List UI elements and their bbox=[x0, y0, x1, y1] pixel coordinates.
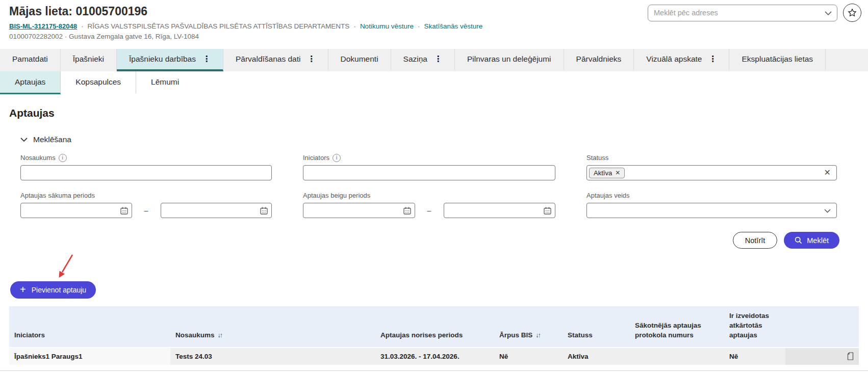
range-dash: – bbox=[415, 206, 444, 215]
address-search bbox=[648, 5, 837, 21]
search-icon bbox=[795, 236, 802, 244]
date-range: – bbox=[303, 203, 555, 218]
add-survey-area: + Pievienot aptauju bbox=[10, 281, 96, 299]
cadastre-address-line: 01000702282002 · Gustava Zemgala gatve 1… bbox=[9, 33, 859, 40]
kebab-menu-icon[interactable]: ⋮ bbox=[708, 55, 717, 63]
case-number-link[interactable]: BIS-ML-312175-82048 bbox=[9, 22, 77, 30]
tab-pilnvaras[interactable]: Pilnvaras un deleģējumi bbox=[455, 49, 564, 71]
section-heading: Aptaujas bbox=[9, 107, 868, 119]
sub-tabbar: Aptaujas Kopsapulces Lēmumi bbox=[0, 71, 868, 94]
info-icon[interactable]: i bbox=[333, 154, 341, 162]
chevron-down-icon[interactable] bbox=[825, 11, 832, 16]
start-period-to bbox=[161, 203, 272, 218]
subtab-lemumi[interactable]: Lēmumi bbox=[136, 71, 194, 94]
filter-status: Statuss Aktīva ✕ ✕ bbox=[586, 154, 837, 180]
tab-sazina[interactable]: Saziņa ⋮ bbox=[391, 49, 455, 71]
status-chip-label: Aktīva bbox=[594, 169, 612, 177]
filter-end-period: Aptaujas beigu periods – bbox=[303, 192, 555, 218]
cell-arpus-bis: Nē bbox=[494, 348, 563, 365]
date-to-input[interactable] bbox=[161, 203, 272, 218]
cell-periods: 31.03.2026. - 17.04.2026. bbox=[375, 348, 494, 365]
tab-label: Vizuālā apskate bbox=[646, 55, 702, 64]
tab-ipasnieku-darbibas[interactable]: Īpašnieku darbības ⋮ bbox=[117, 49, 223, 71]
department-name: RĪGAS VALSTSPILSĒTAS PAŠVALDĪBAS PILSĒTA… bbox=[87, 22, 349, 30]
tab-dokumenti[interactable]: Dokumenti bbox=[328, 49, 391, 71]
chevron-down-icon bbox=[824, 209, 831, 213]
cell-actions bbox=[785, 348, 859, 365]
tab-parvaldisanas-dati[interactable]: Pārvaldīšanas dati ⋮ bbox=[223, 49, 328, 71]
tab-label: Īpašnieki bbox=[73, 55, 104, 64]
clear-button-label: Notīrīt bbox=[745, 236, 765, 245]
sort-icon[interactable]: ↓↑ bbox=[535, 332, 540, 339]
date-range: – bbox=[20, 203, 272, 218]
filter-label-text: Iniciators bbox=[303, 154, 329, 162]
calendar-icon[interactable] bbox=[403, 207, 411, 215]
tab-ekspluatacijas-lietas[interactable]: Ekspluatācijas lietas bbox=[729, 49, 826, 71]
tab-ipasnieki[interactable]: Īpašnieki bbox=[61, 49, 117, 71]
tab-label: Saziņa bbox=[403, 55, 427, 64]
table-header-row: Iniciators Nosaukums↓↑ Aptaujas norises … bbox=[9, 306, 859, 347]
filter-label: Aptaujas beigu periods bbox=[303, 192, 555, 199]
tab-pamatdati[interactable]: Pamatdati bbox=[0, 49, 61, 71]
cell-statuss: Aktīva bbox=[563, 348, 630, 365]
initiator-input[interactable] bbox=[303, 165, 555, 180]
subtab-label: Aptaujas bbox=[15, 77, 45, 87]
end-period-to bbox=[444, 203, 556, 218]
subtab-kopsapulces[interactable]: Kopsapulces bbox=[61, 71, 136, 94]
date-from-input[interactable] bbox=[303, 203, 415, 218]
column-header-nosaukums[interactable]: Nosaukums↓↑ bbox=[170, 326, 375, 347]
tab-parvaldnieks[interactable]: Pārvaldnieks bbox=[564, 49, 634, 71]
table-row[interactable]: Īpašnieks1 Paraugs1 Tests 24.03 31.03.20… bbox=[9, 348, 859, 365]
name-input[interactable] bbox=[20, 165, 272, 180]
date-to-input[interactable] bbox=[444, 203, 555, 218]
surveys-table: Iniciators Nosaukums↓↑ Aptaujas norises … bbox=[9, 306, 859, 365]
info-icon[interactable]: i bbox=[59, 154, 67, 162]
views-history-link[interactable]: Skatīšanās vēsture bbox=[424, 22, 482, 30]
calendar-icon[interactable] bbox=[544, 207, 551, 215]
column-label: Ārpus BIS bbox=[499, 331, 532, 339]
filter-label-text: Aptaujas sākuma periods bbox=[20, 192, 95, 199]
tab-label: Ekspluatācijas lietas bbox=[742, 55, 813, 64]
dot-separator: · bbox=[353, 22, 356, 30]
range-dash: – bbox=[132, 206, 161, 215]
calendar-icon[interactable] bbox=[120, 207, 128, 215]
chevron-down-icon bbox=[20, 138, 28, 142]
events-history-link[interactable]: Notikumu vēsture bbox=[360, 22, 414, 30]
add-survey-button[interactable]: + Pievienot aptauju bbox=[10, 281, 96, 299]
column-header-arpus-bis[interactable]: Ārpus BIS↓↑ bbox=[494, 326, 563, 347]
search-panel-toggle[interactable]: Meklēšana bbox=[20, 135, 71, 144]
dot-separator: · bbox=[81, 22, 84, 30]
column-header-periods: Aptaujas norises periods bbox=[375, 326, 494, 347]
subtab-aptaujas[interactable]: Aptaujas bbox=[0, 71, 61, 94]
clear-field-icon[interactable]: ✕ bbox=[824, 169, 831, 177]
tab-label: Īpašnieku darbības bbox=[129, 55, 196, 64]
date-from-input[interactable] bbox=[21, 203, 132, 218]
chip-remove-icon[interactable]: ✕ bbox=[615, 170, 620, 176]
sort-icon[interactable]: ↓↑ bbox=[218, 332, 222, 339]
copy-icon[interactable] bbox=[847, 352, 854, 360]
tab-label: Dokumenti bbox=[341, 55, 378, 64]
filter-label: Iniciators i bbox=[303, 154, 555, 162]
clear-button[interactable]: Notīrīt bbox=[733, 232, 777, 249]
filter-label: Aptaujas veids bbox=[586, 192, 837, 199]
cell-protokols bbox=[630, 348, 724, 365]
favorite-button[interactable] bbox=[843, 4, 861, 22]
filter-label-text: Statuss bbox=[586, 154, 608, 162]
main-tabbar: Pamatdati Īpašnieki Īpašnieku darbības ⋮… bbox=[0, 49, 868, 71]
survey-type-select[interactable] bbox=[586, 203, 837, 218]
column-header-actions bbox=[785, 335, 859, 347]
kebab-menu-icon[interactable]: ⋮ bbox=[308, 55, 316, 63]
column-label: Nosaukums bbox=[175, 331, 215, 339]
column-label: Statuss bbox=[568, 331, 593, 339]
add-survey-button-label: Pievienot aptauju bbox=[32, 286, 86, 294]
status-multiselect[interactable]: Aktīva ✕ ✕ bbox=[586, 165, 837, 180]
filter-initiator: Iniciators i bbox=[303, 154, 555, 180]
calendar-icon[interactable] bbox=[260, 207, 268, 215]
tab-vizuala-apskate[interactable]: Vizuālā apskate ⋮ bbox=[634, 49, 729, 71]
search-button[interactable]: Meklēt bbox=[784, 232, 839, 249]
address-search-input[interactable] bbox=[648, 5, 837, 21]
kebab-menu-icon[interactable]: ⋮ bbox=[202, 55, 211, 63]
kebab-menu-icon[interactable]: ⋮ bbox=[434, 55, 442, 63]
column-label: Aptaujas norises periods bbox=[380, 331, 463, 339]
subtab-label: Kopsapulces bbox=[75, 77, 121, 87]
